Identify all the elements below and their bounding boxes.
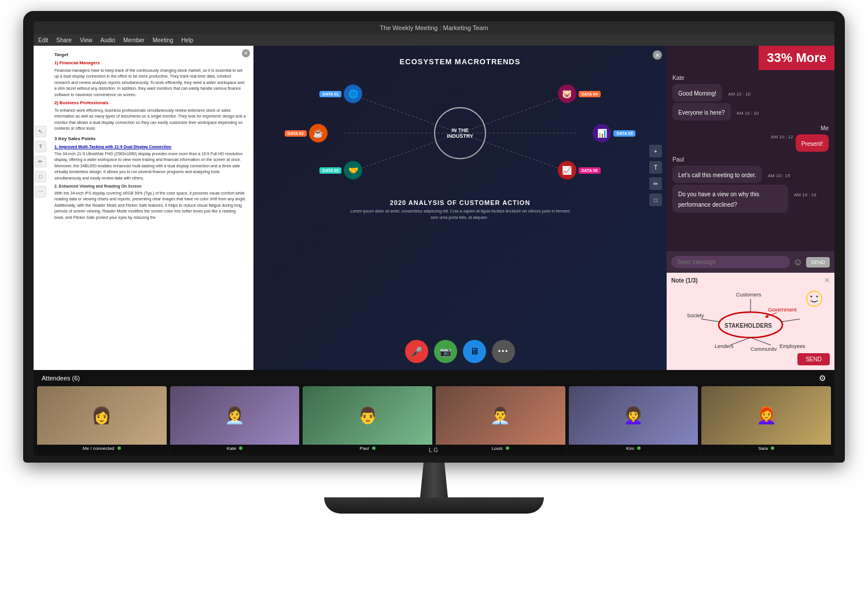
pres-tool-pen[interactable]: ✏ xyxy=(649,177,662,190)
attendees-title: Attendees (6) xyxy=(42,375,80,382)
emoji-icon[interactable]: ☺ xyxy=(793,257,803,267)
note-close-button[interactable]: ✕ xyxy=(824,276,830,284)
ecosystem-diagram: IN THE INDUSTRY DATA 01 🌐 DATA 02 xyxy=(265,75,655,191)
presentation-close-button[interactable]: ✕ xyxy=(653,50,662,60)
chat-bubble-paul-2: Do you have a view on why this performan… xyxy=(672,185,788,212)
menu-view[interactable]: View xyxy=(80,37,93,43)
more-percentage-badge: 33% More xyxy=(759,46,834,70)
doc-point1-text: The 34-inch 21:9 UltraWide FHD (2560x108… xyxy=(54,151,247,182)
doc-section1-title: 1) Financial Managers xyxy=(54,60,247,67)
chat-bubble-kate-2: Everyone is here? xyxy=(672,103,731,120)
svg-point-23 xyxy=(816,296,818,298)
attendees-list: 👩 Me / connected 👩‍💼 Kate xyxy=(34,386,834,456)
more-options-button[interactable]: ••• xyxy=(492,340,515,363)
attendee-card-kim: 👩‍🦱 Kim xyxy=(569,386,698,452)
meeting-toolbar: 🎤 📷 🖥 ••• xyxy=(405,340,515,363)
note-diagram-svg: Customers Society Government STAKEHOLDER… xyxy=(671,287,830,351)
attendee-video-me: 👩 xyxy=(37,386,167,445)
chat-bubble-kate-1: Good Morning! xyxy=(672,84,722,101)
svg-line-8 xyxy=(701,319,720,322)
presentation-title: ECOSYSTEM MACROTRENDS xyxy=(400,57,521,66)
note-send-button[interactable]: SEND xyxy=(797,353,830,365)
toolbar-cursor-btn[interactable]: ↖ xyxy=(35,126,46,137)
chat-message-me: Me AM 10 : 12 Present! xyxy=(672,125,829,152)
toolbar-shape-btn[interactable]: □ xyxy=(35,171,46,182)
menu-edit[interactable]: Edit xyxy=(38,37,48,43)
menu-member[interactable]: Member xyxy=(123,37,145,43)
mute-button[interactable]: 🎤 xyxy=(405,340,428,363)
attendees-bar: Attendees (6) ⚙ 👩 Me / connected xyxy=(34,370,834,456)
toolbar-text-btn[interactable]: T xyxy=(35,141,46,152)
attendees-settings-icon[interactable]: ⚙ xyxy=(819,373,826,383)
data-node-06: DATA 06 📈 xyxy=(558,161,601,179)
chat-sender-paul: Paul xyxy=(672,156,829,163)
data-node-05: DATA 05 📊 xyxy=(593,124,635,142)
doc-section3-title: 3 Key Sales Points xyxy=(54,135,247,142)
data-node-02: DATA 02 ☕ xyxy=(285,124,328,142)
document-close-button[interactable]: ✕ xyxy=(242,49,250,57)
pres-tool-text[interactable]: T xyxy=(649,161,662,174)
doc-section2-title: 2) Business Professionals xyxy=(54,100,247,107)
doc-title: Target xyxy=(54,52,247,58)
left-toolbar: ↖ T ✏ □ ⋯ xyxy=(35,126,46,197)
data-node-03: DATA 03 🤝 xyxy=(319,161,362,179)
attendee-video-paul: 👨 xyxy=(303,386,432,445)
attendee-video-sara: 👩‍🦰 xyxy=(701,386,831,445)
attendee-video-kate: 👩‍💼 xyxy=(170,386,300,445)
attendee-label-sara: Sara xyxy=(701,445,831,452)
svg-line-11 xyxy=(781,319,800,322)
pres-tool-shape[interactable]: □ xyxy=(649,193,662,206)
screen-share-button[interactable]: 🖥 xyxy=(463,340,486,363)
attendee-connected-dot-louis xyxy=(506,446,509,450)
menu-audio[interactable]: Audio xyxy=(100,37,115,43)
chat-message-paul: Paul Let's call this meeting to order. A… xyxy=(672,156,829,212)
svg-text:Community: Community xyxy=(751,346,777,351)
main-content: ✕ ↖ T ✏ □ ⋯ Target 1) Financial Managers… xyxy=(34,46,834,370)
note-header: Note (1/3) xyxy=(671,277,830,284)
presentation-content: ✕ ECOSYSTEM MACROTRENDS xyxy=(253,46,667,370)
chat-messages-area: Kate Good Morning! AM 10 : 10 Everyone i… xyxy=(667,46,834,251)
doc-point2-title: 2. Enhanced Viewing and Reading On Scree… xyxy=(54,184,247,189)
attendees-header: Attendees (6) ⚙ xyxy=(34,370,834,386)
presentation-subtitle: 2020 ANALYSIS OF CUSTOMER ACTION xyxy=(390,199,531,206)
menu-meeting[interactable]: Meeting xyxy=(153,37,174,43)
attendee-label-kate: Kate xyxy=(170,445,300,452)
pres-tool-plus[interactable]: + xyxy=(649,145,662,157)
svg-point-22 xyxy=(811,296,812,298)
attendee-label-paul: Paul xyxy=(303,445,432,452)
toolbar-draw-btn[interactable]: ✏ xyxy=(35,156,46,167)
presentation-body: Lorem ipsum dolor sit amet, consectetur … xyxy=(350,208,570,221)
doc-point1-title: 1. Improved Multi-Tasking with 21:9 Dual… xyxy=(54,144,247,150)
chat-panel: 33% More Kate Good Morning! AM 10 : 10 xyxy=(667,46,834,370)
data-node-01: DATA 01 🌐 xyxy=(319,85,362,103)
attendee-card-kate: 👩‍💼 Kate xyxy=(170,386,300,452)
svg-point-21 xyxy=(807,291,822,306)
menu-bar: Edit Share View Audio Member Meeting Hel… xyxy=(34,34,834,46)
monitor: The Weekly Meeting : Marketing Team Edit… xyxy=(12,11,856,590)
monitor-bezel: The Weekly Meeting : Marketing Team Edit… xyxy=(23,11,845,463)
window-title: The Weekly Meeting : Marketing Team xyxy=(380,24,488,31)
monitor-stand-neck xyxy=(417,463,451,497)
toolbar-more-btn[interactable]: ⋯ xyxy=(35,186,46,197)
attendee-label-me: Me / connected xyxy=(37,445,167,452)
chat-input-field[interactable] xyxy=(671,256,790,268)
svg-text:STAKEHOLDERS: STAKEHOLDERS xyxy=(724,323,772,329)
attendee-video-louis: 👨‍💼 xyxy=(436,386,565,445)
svg-text:Society: Society xyxy=(687,313,704,318)
chat-bubble-paul-1: Let's call this meeting to order. xyxy=(672,166,762,183)
attendee-connected-dot-me xyxy=(117,446,121,450)
menu-share[interactable]: Share xyxy=(56,37,72,43)
chat-send-button[interactable]: SEND xyxy=(806,257,830,267)
monitor-stand-base xyxy=(324,497,544,514)
svg-line-10 xyxy=(751,338,771,345)
monitor-screen: The Weekly Meeting : Marketing Team Edit… xyxy=(34,21,834,456)
svg-text:Lenders: Lenders xyxy=(715,343,734,349)
chat-input-area: ☺ SEND xyxy=(667,251,834,273)
document-panel: ✕ ↖ T ✏ □ ⋯ Target 1) Financial Managers… xyxy=(34,46,253,370)
menu-help[interactable]: Help xyxy=(181,37,193,43)
attendee-video-kim: 👩‍🦱 xyxy=(569,386,698,445)
chat-message-kate-1: Kate Good Morning! AM 10 : 10 Everyone i… xyxy=(672,75,829,120)
video-button[interactable]: 📷 xyxy=(434,340,457,363)
title-bar: The Weekly Meeting : Marketing Team xyxy=(34,21,834,34)
doc-section2-text: To enhance work efficiency, business pro… xyxy=(54,108,247,132)
